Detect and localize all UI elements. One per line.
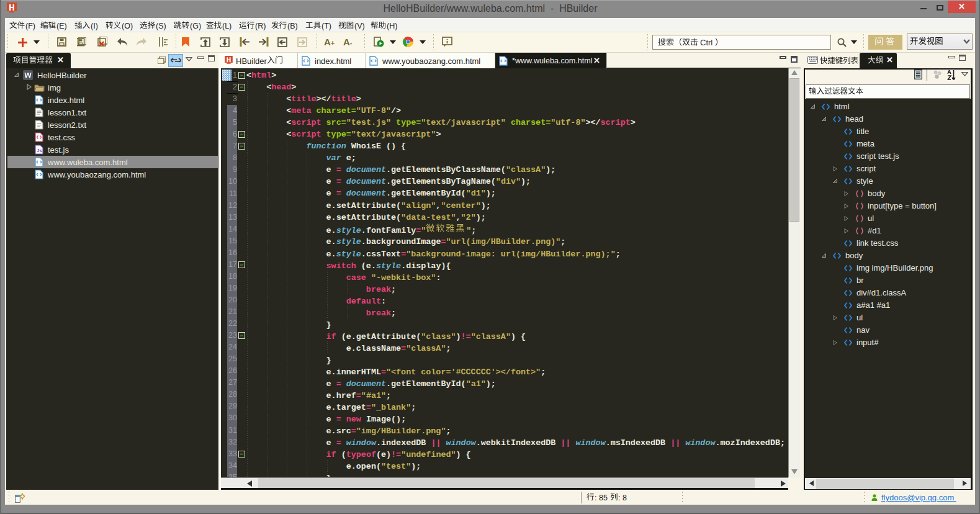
- svg-text:Js: Js: [37, 148, 42, 153]
